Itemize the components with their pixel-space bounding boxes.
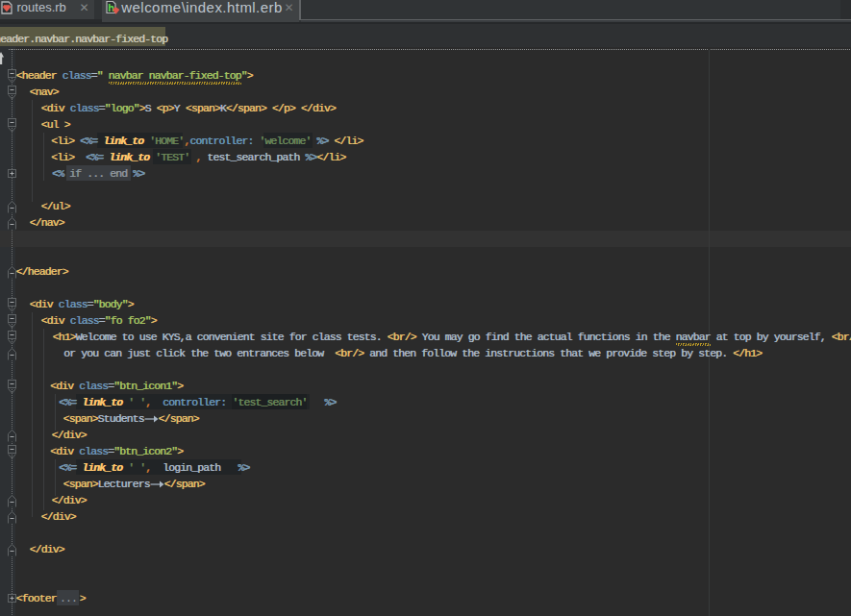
svg-text:h: h [108, 2, 114, 13]
